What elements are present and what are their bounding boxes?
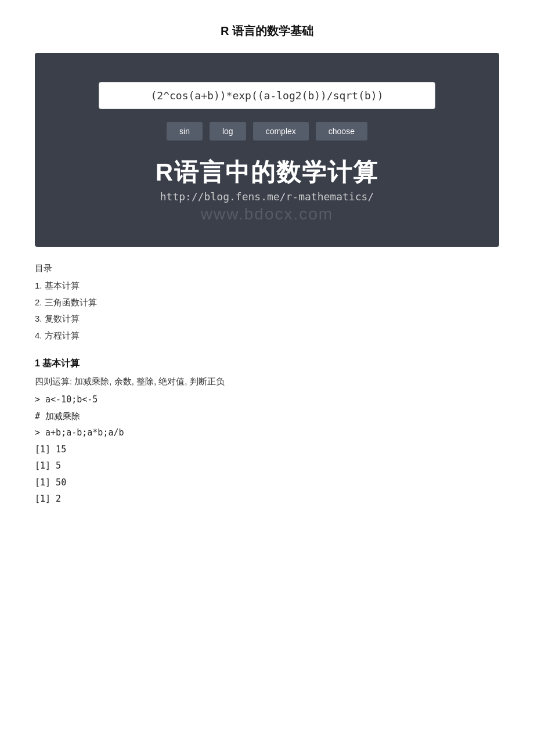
section1-heading: 1 基本计算 xyxy=(35,358,499,370)
banner-title-section: R语言中的数学计算 http://blog.fens.me/r-mathemat… xyxy=(156,158,378,224)
page-title: R 语言的数学基础 xyxy=(35,23,499,39)
watermark: www.bdocx.com xyxy=(156,205,378,224)
section1: 1 基本计算 四则运算: 加减乘除, 余数, 整除, 绝对值, 判断正负 > a… xyxy=(35,358,499,507)
code-line-3: > a+b;a-b;a*b;a/b xyxy=(35,424,499,441)
output-line-2: [1] 5 xyxy=(35,458,499,474)
banner-section: (2^cos(a+b))*exp((a-log2(b))/sqrt(b)) si… xyxy=(35,53,499,247)
code-line-1: > a<-10;b<-5 xyxy=(35,391,499,408)
toc-section: 目录 1. 基本计算 2. 三角函数计算 3. 复数计算 4. 方程计算 xyxy=(35,263,499,344)
toc-item-2: 2. 三角函数计算 xyxy=(35,294,499,311)
banner-subtitle: http://blog.fens.me/r-mathematics/ xyxy=(156,190,378,203)
button-row: sin log complex choose xyxy=(167,122,367,141)
output-line-3: [1] 50 xyxy=(35,474,499,491)
output-line-4: [1] 2 xyxy=(35,491,499,507)
banner-main-title: R语言中的数学计算 xyxy=(156,158,378,187)
choose-button[interactable]: choose xyxy=(316,122,367,141)
sin-button[interactable]: sin xyxy=(167,122,203,141)
output-line-1: [1] 15 xyxy=(35,441,499,458)
toc-item-4: 4. 方程计算 xyxy=(35,327,499,344)
toc-item-3: 3. 复数计算 xyxy=(35,311,499,327)
log-button[interactable]: log xyxy=(210,122,246,141)
code-line-2: # 加减乘除 xyxy=(35,408,499,425)
toc-item-1: 1. 基本计算 xyxy=(35,278,499,294)
section1-description: 四则运算: 加减乘除, 余数, 整除, 绝对值, 判断正负 xyxy=(35,373,499,389)
formula-display: (2^cos(a+b))*exp((a-log2(b))/sqrt(b)) xyxy=(99,82,435,109)
toc-heading: 目录 xyxy=(35,263,499,274)
complex-button[interactable]: complex xyxy=(253,122,309,141)
